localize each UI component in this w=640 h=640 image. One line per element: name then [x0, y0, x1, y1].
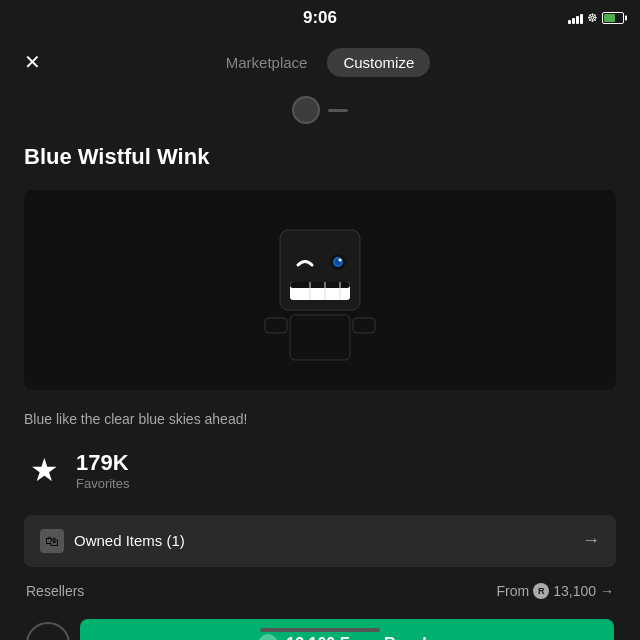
avatar-circle: [292, 96, 320, 124]
main-content: Blue Wistful Wink: [0, 128, 640, 640]
owned-items-label: Owned Items (1): [74, 532, 582, 549]
bag-icon: 🛍: [40, 529, 64, 553]
home-bar: [260, 628, 380, 632]
svg-rect-10: [290, 315, 350, 360]
svg-rect-11: [265, 318, 287, 333]
signal-icon: [568, 12, 583, 24]
owned-items-arrow: →: [582, 530, 600, 551]
resellers-price-value: 13,100: [553, 583, 596, 599]
resellers-label: Resellers: [26, 583, 84, 599]
resellers-price[interactable]: From R 13,100 →: [497, 583, 615, 599]
status-bar: 9:06 ☸: [0, 0, 640, 36]
favorites-row: ★ 179K Favorites: [24, 450, 616, 491]
svg-rect-6: [290, 282, 350, 288]
resellers-row: Resellers From R 13,100 →: [24, 583, 616, 599]
robux-icon: R: [533, 583, 549, 599]
favorites-label: Favorites: [76, 476, 129, 491]
close-icon: ✕: [24, 50, 41, 74]
item-title: Blue Wistful Wink: [24, 144, 616, 170]
item-description: Blue like the clear blue skies ahead!: [24, 410, 616, 430]
tab-marketplace[interactable]: Marketplace: [210, 48, 324, 77]
indicator-line: [328, 109, 348, 112]
owned-items-button[interactable]: 🛍 Owned Items (1) →: [24, 515, 616, 567]
status-icons: ☸: [568, 11, 624, 25]
wifi-icon: ☸: [587, 11, 598, 25]
star-icon: ★: [24, 450, 64, 490]
avatar-indicator: [0, 88, 640, 128]
resellers-arrow: →: [600, 583, 614, 599]
nav-bar: ✕ Marketplace Customize: [0, 36, 640, 88]
nav-tabs: Marketplace Customize: [210, 48, 431, 77]
home-indicator: [0, 620, 640, 636]
roblox-face: [260, 210, 380, 370]
favorites-count: 179K: [76, 450, 129, 476]
close-button[interactable]: ✕: [16, 46, 48, 78]
favorites-info: 179K Favorites: [76, 450, 129, 491]
svg-rect-12: [353, 318, 375, 333]
battery-icon: [602, 12, 624, 24]
tab-customize[interactable]: Customize: [327, 48, 430, 77]
item-preview: [24, 190, 616, 390]
svg-point-4: [339, 259, 342, 262]
resellers-from-label: From: [497, 583, 530, 599]
status-time: 9:06: [303, 8, 337, 28]
